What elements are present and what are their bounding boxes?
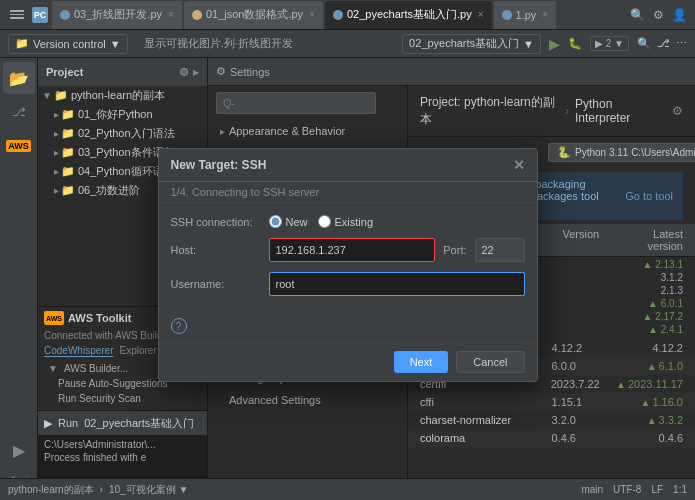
top-actions: 🔍 ⚙ 👤 [630,8,687,22]
top-bar-left: PC [8,7,48,23]
ssh-connection-label: SSH connection: [171,216,261,228]
dialog-help: ? [159,318,537,342]
search-icon[interactable]: 🔍 [630,8,645,22]
radio-existing[interactable]: Existing [318,215,374,228]
tab-04-close[interactable]: × [542,9,548,20]
port-input[interactable] [475,238,525,262]
help-icon[interactable]: ? [171,318,187,334]
username-input[interactable] [269,272,525,296]
status-file[interactable]: 10_可视化案例 ▼ [109,483,188,497]
host-input[interactable] [269,238,436,262]
dialog-step: 1/4. Connecting to SSH server [159,182,537,203]
py-icon [333,10,343,20]
radio-existing-input[interactable] [318,215,331,228]
py-icon [60,10,70,20]
py-icon [192,10,202,20]
next-button[interactable]: Next [394,351,449,373]
tab-02[interactable]: 01_json数据格式.py × [184,1,323,29]
tab-03-label: 02_pyecharts基础入门.py [347,7,472,22]
status-bar-right: main UTF-8 LF 1:1 [581,484,687,495]
status-separator: › [100,484,103,495]
radio-new-label: New [286,216,308,228]
encoding[interactable]: UTF-8 [613,484,641,495]
tab-02-label: 01_json数据格式.py [206,7,303,22]
tab-04[interactable]: 1.py × [494,1,557,29]
tab-bar: 03_折线图开发.py × 01_json数据格式.py × 02_pyecha… [52,1,626,29]
tab-02-close[interactable]: × [309,9,315,20]
dialog-overlay: New Target: SSH ✕ 1/4. Connecting to SSH… [0,30,695,500]
account-icon[interactable]: 👤 [672,8,687,22]
dialog-title-bar: New Target: SSH ✕ [159,149,537,182]
host-label: Host: [171,244,261,256]
radio-new[interactable]: New [269,215,308,228]
dialog-close-button[interactable]: ✕ [513,157,525,173]
host-field: Host: Port: [171,238,525,262]
git-branch[interactable]: main [581,484,603,495]
username-field: Username: [171,272,525,296]
top-bar: PC 03_折线图开发.py × 01_json数据格式.py × 02_pye… [0,0,695,30]
dialog-actions: Next Cancel [159,342,537,381]
radio-new-input[interactable] [269,215,282,228]
tab-04-label: 1.py [516,9,537,21]
app-logo: PC [32,7,48,23]
status-project[interactable]: python-learn的副本 [8,483,94,497]
username-label: Username: [171,278,261,290]
line-ending[interactable]: LF [651,484,663,495]
tab-01-label: 03_折线图开发.py [74,7,162,22]
status-bar: python-learn的副本 › 10_可视化案例 ▼ main UTF-8 … [0,478,695,500]
status-bar-left: python-learn的副本 › 10_可视化案例 ▼ [8,483,573,497]
settings-icon[interactable]: ⚙ [653,8,664,22]
menu-button[interactable] [8,8,26,21]
line-col: 1:1 [673,484,687,495]
ssh-radio-group: New Existing [269,215,374,228]
tab-01-close[interactable]: × [168,9,174,20]
tab-01[interactable]: 03_折线图开发.py × [52,1,182,29]
ssh-connection-field: SSH connection: New Existing [171,215,525,228]
tab-03-close[interactable]: × [478,9,484,20]
dialog-title-text: New Target: SSH [171,158,267,172]
cancel-button[interactable]: Cancel [456,351,524,373]
py-icon [502,10,512,20]
tab-03[interactable]: 02_pyecharts基础入门.py × [325,1,492,29]
dialog-body: SSH connection: New Existing Host: Port: [159,203,537,318]
radio-existing-label: Existing [335,216,374,228]
port-label: Port: [443,244,466,256]
ssh-dialog: New Target: SSH ✕ 1/4. Connecting to SSH… [158,148,538,382]
